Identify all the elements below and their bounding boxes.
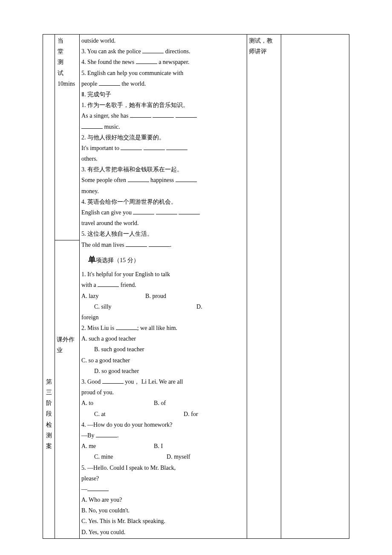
blank xyxy=(153,112,174,118)
activity-label-lower: 课外作 业 xyxy=(55,240,80,538)
blank xyxy=(166,144,187,150)
complete-q3-en-a: Some people often xyxy=(81,177,127,183)
complete-q4-en-a: English can give you xyxy=(81,209,133,216)
mc-q5-line1: 5. —Hello. Could I speak to Mr. Black, xyxy=(81,465,176,471)
fill-q4-a: 4. She found the news xyxy=(81,59,136,65)
mc-q3-opt-a: A. to xyxy=(81,398,154,408)
stage-char-7: 案 xyxy=(45,441,53,451)
fill-q5-a: people xyxy=(81,81,99,87)
mc-q1-opt-d2: foreign xyxy=(81,314,98,321)
mc-q5-line2: please? xyxy=(81,475,99,482)
blank xyxy=(87,485,109,491)
mc-q3-opt-c: C. at xyxy=(94,409,184,419)
fill-q4-b: a newspaper. xyxy=(157,59,190,65)
complete-q3-en-c: money. xyxy=(81,188,99,194)
complete-q5-en-b: . xyxy=(170,242,172,248)
complete-q1-en-a: As a singer, she has xyxy=(81,113,130,119)
lesson-plan-table: 第 三 阶 段 检 测 案 当 堂 测 试 10mins outside wor… xyxy=(43,34,349,539)
blank xyxy=(121,144,142,150)
exercise-content-cell: outside world. 3. You can ask the police… xyxy=(80,35,247,539)
stage-char-2: 三 xyxy=(45,387,53,398)
blank xyxy=(142,47,164,53)
mc-q5-opt-a: A. Who are you? xyxy=(81,497,122,503)
inclass-test-4: 试 xyxy=(58,68,78,78)
homework-label-1: 课外作 xyxy=(57,334,78,345)
mc-q2-opt-d: D. so good teacher xyxy=(94,368,139,374)
complete-q2-cn: 2. 与他人很好地交流是重要的。 xyxy=(81,134,165,141)
method-line2: 师讲评 xyxy=(249,46,279,57)
complete-q3-cn: 3. 有些人常把幸福和金钱联系在一起。 xyxy=(81,166,183,173)
blank xyxy=(98,281,119,287)
blank xyxy=(156,208,177,214)
fill-q3-a: 3. You can ask the police xyxy=(81,48,142,55)
mc-q1-opt-a: A. lazy xyxy=(81,291,145,301)
inclass-test-1: 当 xyxy=(58,35,78,46)
fill-q5-b: the world. xyxy=(120,81,146,87)
mc-q4-opt-d: D. myself xyxy=(167,454,190,460)
blank xyxy=(176,176,197,182)
stage-char-5: 检 xyxy=(45,419,53,430)
mc-q5-dash: — xyxy=(81,486,87,492)
blank xyxy=(133,208,154,214)
method-cell: 测试，教 师讲评 xyxy=(247,35,281,539)
complete-q1-en-b: music. xyxy=(103,124,120,130)
stage-char-1: 第 xyxy=(45,376,53,387)
mc-q3-line2: proud of you. xyxy=(81,389,114,396)
mc-q4-opt-b: B. I xyxy=(154,443,163,449)
blank xyxy=(81,123,103,129)
stage-label-cell: 第 三 阶 段 检 测 案 xyxy=(43,35,55,539)
inclass-test-time: 10mins xyxy=(58,78,78,89)
mc-q1-line2a: with a xyxy=(81,282,98,288)
mc-header-big: 单 xyxy=(88,255,96,264)
homework-label-2: 业 xyxy=(57,345,78,356)
complete-q2-en-b: others. xyxy=(81,156,98,162)
inclass-test-2: 堂 xyxy=(58,46,78,57)
fill-q5-line1: 5. English can help you communicate with xyxy=(81,70,183,76)
mc-q4-line1: 4. —How do you do your homework? xyxy=(81,422,172,428)
mc-q4-opt-a: A. me xyxy=(81,441,154,451)
blank xyxy=(126,241,147,247)
mc-q2-opt-b: B. such good teacher xyxy=(94,346,144,353)
blank xyxy=(144,144,165,150)
mc-q1-line2b: friend. xyxy=(119,282,136,288)
method-line1: 测试，教 xyxy=(249,35,279,46)
mc-q2-b: ; we all like him. xyxy=(137,325,177,331)
mc-q3-b: you， Li Lei. We are all xyxy=(124,379,183,385)
complete-q1-cn: 1. 作为一名歌手，她有丰富的音乐知识。 xyxy=(81,102,189,108)
mc-q3-a: 3. Good xyxy=(81,379,102,385)
stage-char-3: 阶 xyxy=(45,398,53,408)
blank xyxy=(149,241,170,247)
mc-q4-b: . xyxy=(117,432,119,439)
blank xyxy=(136,58,157,64)
stage-char-4: 段 xyxy=(45,408,53,419)
mc-q3-opt-d: D. for xyxy=(184,411,198,417)
mc-q4-a: —By xyxy=(81,432,96,439)
complete-q4-cn: 4. 英语会给你一个周游世界的机会。 xyxy=(81,199,177,205)
section-2-header: Ⅱ. 完成句子 xyxy=(81,91,111,98)
blank xyxy=(102,378,124,384)
blank xyxy=(179,208,200,214)
blank xyxy=(99,80,120,86)
blank xyxy=(96,431,117,437)
complete-q5-cn: 5. 这位老人独自一人生活。 xyxy=(81,231,153,237)
blank xyxy=(116,324,137,330)
mc-q5-opt-d: D. Yes, you could. xyxy=(81,529,125,535)
mc-q5-opt-b: B. No, you couldn't. xyxy=(81,507,130,514)
blank xyxy=(176,112,197,118)
complete-q4-en-b: travel around the world. xyxy=(81,220,139,226)
inclass-test-3: 测 xyxy=(58,57,78,67)
mc-q2-opt-a: A. such a good teacher xyxy=(81,335,136,342)
mc-q4-opt-c: C. mine xyxy=(94,451,167,462)
mc-q1-line1: 1. It's helpful for your English to talk xyxy=(81,271,170,278)
mc-q5-opt-c: C. Yes. This is Mr. Black speaking. xyxy=(81,518,165,524)
mc-q2-a: 2. Miss Liu is xyxy=(81,325,116,331)
complete-q3-en-b: happiness xyxy=(149,177,176,183)
activity-label-upper: 当 堂 测 试 10mins xyxy=(55,35,80,240)
fill-line-1: outside world. xyxy=(81,38,115,44)
notes-cell xyxy=(281,35,349,539)
complete-q5-en-a: The old man lives xyxy=(81,242,126,248)
mc-q1-opt-b: B. proud xyxy=(145,293,166,299)
mc-q1-opt-d: D. xyxy=(196,304,202,310)
mc-header-rest: 项选择（15 分） xyxy=(96,257,139,263)
blank xyxy=(128,176,149,182)
